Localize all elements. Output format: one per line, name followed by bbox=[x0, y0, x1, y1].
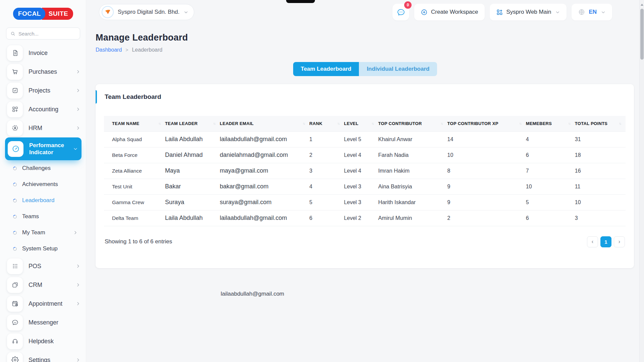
table-cell: Level 4 bbox=[344, 163, 378, 179]
table-cell: lailaabdullah@gmail.com bbox=[220, 131, 309, 147]
sidebar-item-label: Messenger bbox=[29, 319, 81, 326]
sidebar-item-crm[interactable]: CRM bbox=[0, 276, 86, 294]
sidebar-item-system-setup[interactable]: System Setup bbox=[0, 241, 86, 257]
sidebar-item-hrm[interactable]: HRM bbox=[0, 119, 86, 137]
search-box[interactable] bbox=[6, 27, 80, 40]
table-cell: Khairul Anwar bbox=[378, 131, 447, 147]
sidebar-item-accounting[interactable]: Accounting bbox=[0, 100, 86, 119]
table-cell: 5 bbox=[309, 194, 344, 210]
scrollbar-thumb[interactable] bbox=[640, 9, 644, 60]
sidebar-item-projects[interactable]: Projects bbox=[0, 81, 86, 100]
tab-individual-leaderboard[interactable]: Individual Leaderboard bbox=[359, 62, 437, 76]
sort-icon[interactable]: ↑↓ bbox=[619, 122, 621, 125]
crm-icon bbox=[7, 277, 23, 293]
sidebar-item-achievements[interactable]: Achievements bbox=[0, 176, 86, 192]
sidebar-item-challenges[interactable]: Challenges bbox=[0, 160, 86, 176]
sort-icon[interactable]: ↑↓ bbox=[158, 122, 160, 125]
table-body: Alpha SquadLaila Abdullahlailaabdullah@g… bbox=[104, 131, 626, 226]
topbar-actions: 0 Create Workspace Syspro Web Main bbox=[392, 4, 612, 20]
sidebar-item-pos[interactable]: POS bbox=[0, 257, 86, 276]
column-header-total-points[interactable]: TOTAL POINTS↑↓ bbox=[575, 116, 626, 131]
column-header-rank[interactable]: RANK↑↓ bbox=[309, 116, 344, 131]
breadcrumb-separator: > bbox=[125, 47, 128, 53]
sidebar-item-my-team[interactable]: My Team bbox=[0, 225, 86, 241]
table-cell: Amirul Mumin bbox=[378, 210, 447, 226]
sidebar-item-helpdesk[interactable]: Helpdesk bbox=[0, 332, 86, 351]
sort-icon[interactable]: ↑↓ bbox=[303, 122, 305, 125]
sort-icon[interactable]: ↑↓ bbox=[337, 122, 339, 125]
pagination-next-button[interactable]: › bbox=[614, 236, 625, 247]
sort-icon[interactable]: ↑↓ bbox=[519, 122, 521, 125]
pagination-prev-button[interactable]: ‹ bbox=[587, 236, 598, 247]
column-header-team-name[interactable]: TEAM NAME↑↓ bbox=[104, 116, 165, 131]
table-cell: Level 3 bbox=[344, 194, 378, 210]
sidebar-item-purchases[interactable]: Purchases bbox=[0, 62, 86, 81]
sidebar-subitem-label: Achievements bbox=[22, 181, 78, 188]
sidebar-item-label: Projects bbox=[29, 87, 70, 94]
top-notch bbox=[286, 0, 315, 3]
pagination-page-1[interactable]: 1 bbox=[600, 236, 611, 247]
table-cell: 8 bbox=[447, 163, 526, 179]
chat-button[interactable]: 0 bbox=[392, 4, 409, 20]
sort-icon[interactable]: ↑↓ bbox=[441, 122, 443, 125]
chevron-down-icon bbox=[183, 10, 189, 15]
table-cell: lailaabdullah@gmail.com bbox=[220, 210, 309, 226]
search-input[interactable] bbox=[18, 31, 76, 37]
sort-icon[interactable]: ↑↓ bbox=[371, 122, 373, 125]
pos-icon bbox=[7, 258, 23, 274]
circle-progress-icon bbox=[13, 231, 17, 235]
language-selector[interactable]: EN bbox=[572, 4, 612, 20]
table-cell: Imran Hakim bbox=[378, 163, 447, 179]
table-cell: Farah Nadia bbox=[378, 147, 447, 163]
sidebar-subitem-label: Challenges bbox=[22, 165, 78, 172]
column-header-top-contributor[interactable]: TOP CONTRIBUTOR↑↓ bbox=[378, 116, 447, 131]
table-cell: 5 bbox=[526, 194, 575, 210]
table-cell: Harith Iskandar bbox=[378, 194, 447, 210]
sidebar-item-label: CRM bbox=[29, 282, 70, 289]
table-cell: 11 bbox=[575, 179, 626, 194]
table-cell: 2 bbox=[309, 147, 344, 163]
sidebar-item-label: Appointment bbox=[29, 300, 70, 307]
column-header-label: MEMEBERS bbox=[526, 121, 552, 126]
column-header-level[interactable]: LEVEL↑↓ bbox=[344, 116, 378, 131]
table-header-row: TEAM NAME↑↓TEAM LEADER↑↓LEADER EMAIL↑↓RA… bbox=[104, 116, 626, 131]
column-header-team-leader[interactable]: TEAM LEADER↑↓ bbox=[165, 116, 220, 131]
sidebar-item-label: Performance Indicator bbox=[29, 142, 67, 156]
table-cell: Gamma Crew bbox=[104, 194, 165, 210]
column-header-memebers[interactable]: MEMEBERS↑↓ bbox=[526, 116, 575, 131]
table-cell: 6 bbox=[309, 210, 344, 226]
scrollbar-up-arrow-icon[interactable] bbox=[640, 2, 644, 6]
column-header-top-contributor-xp[interactable]: TOP CONTRIBUTOR XP↑↓ bbox=[447, 116, 526, 131]
breadcrumb-dashboard[interactable]: Dashboard bbox=[96, 47, 122, 53]
sidebar-item-teams[interactable]: Teams bbox=[0, 208, 86, 225]
card-accent-bar bbox=[96, 90, 97, 104]
chevron-right-icon bbox=[75, 125, 81, 131]
sidebar-item-settings[interactable]: Settings bbox=[0, 351, 86, 362]
tab-team-leaderboard[interactable]: Team Leaderboard bbox=[293, 62, 359, 76]
table-cell: 10 bbox=[447, 147, 526, 163]
projects-icon bbox=[7, 83, 23, 99]
sidebar-item-messenger[interactable]: Messenger bbox=[0, 313, 86, 332]
chat-bubble-icon bbox=[396, 8, 406, 17]
card-title: Team Leaderboard bbox=[96, 84, 634, 101]
sidebar-item-leaderboard[interactable]: Leaderboard bbox=[0, 192, 86, 208]
sort-icon[interactable]: ↑↓ bbox=[213, 122, 215, 125]
table-cell: Maya bbox=[165, 163, 220, 179]
table-cell: 1 bbox=[309, 131, 344, 147]
app-menu-button[interactable]: Syspro Web Main bbox=[490, 4, 567, 20]
leaderboard-tabs: Team LeaderboardIndividual Leaderboard bbox=[86, 62, 644, 76]
create-workspace-button[interactable]: Create Workspace bbox=[414, 4, 484, 20]
column-header-leader-email[interactable]: LEADER EMAIL↑↓ bbox=[220, 116, 309, 131]
table-row: Beta ForceDaniel Ahmaddanielahmad@gmail.… bbox=[104, 147, 626, 163]
workspace-selector[interactable]: Syspro Digital Sdn. Bhd. bbox=[99, 4, 194, 20]
table-cell: Test Unit bbox=[104, 179, 165, 194]
sidebar-item-performance-indicator[interactable]: Performance Indicator bbox=[5, 137, 82, 160]
table-cell: Suraya bbox=[165, 194, 220, 210]
sort-icon[interactable]: ↑↓ bbox=[568, 122, 570, 125]
accounting-icon bbox=[7, 102, 23, 117]
table-cell: 10 bbox=[575, 194, 626, 210]
sidebar-item-label: Helpdesk bbox=[29, 338, 81, 345]
sidebar-item-appointment[interactable]: Appointment bbox=[0, 294, 86, 313]
sidebar-item-invoice[interactable]: Invoice bbox=[0, 44, 86, 62]
scrollbar[interactable] bbox=[639, 0, 644, 362]
